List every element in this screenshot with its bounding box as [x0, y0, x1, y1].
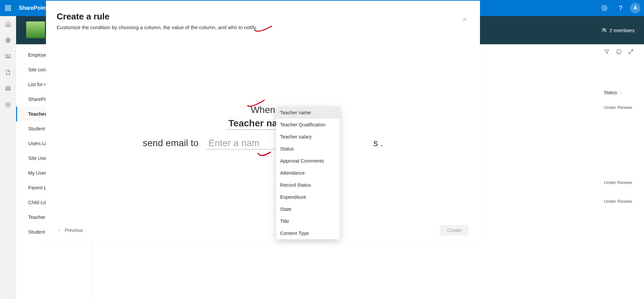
waffle-icon — [5, 5, 11, 11]
help-button[interactable]: ? — [612, 0, 629, 16]
globe-icon — [5, 37, 11, 43]
panel-title: Create a rule — [46, 1, 480, 24]
trail-text: s . — [373, 138, 383, 148]
close-button[interactable] — [459, 14, 470, 25]
expand-button[interactable] — [628, 49, 634, 55]
news-button[interactable] — [5, 53, 11, 60]
table-cell[interactable]: Under Review — [600, 173, 644, 192]
filter-button[interactable] — [604, 49, 610, 55]
previous-label: Previous — [65, 228, 83, 233]
svg-point-6 — [604, 29, 606, 30]
panel-footer: Previous Create — [46, 219, 480, 242]
dropdown-option[interactable]: Approval Comments — [276, 155, 340, 167]
create-button[interactable]: Create — [440, 225, 469, 236]
account-avatar[interactable]: A — [630, 3, 641, 13]
column-dropdown: Teacher name Teacher Qualification Teach… — [276, 107, 340, 239]
dropdown-option[interactable]: Attendance — [276, 167, 340, 179]
dropdown-option[interactable]: Teacher salary — [276, 131, 340, 143]
home-button[interactable] — [5, 21, 11, 27]
table-cell[interactable] — [600, 135, 644, 154]
rule-sentence: When Teacher name ⌄ send email to Enter … — [46, 105, 480, 152]
list-icon — [5, 85, 11, 92]
column-header-status[interactable]: Status — [600, 87, 644, 98]
members-link[interactable]: 2 members — [601, 27, 635, 33]
table-cell[interactable] — [600, 117, 644, 135]
settings-button[interactable] — [596, 0, 612, 16]
previous-button[interactable]: Previous — [57, 228, 83, 233]
page-icon — [5, 69, 11, 75]
dropdown-option[interactable]: Expenditure — [276, 191, 340, 203]
annotation-mark — [258, 151, 271, 160]
dropdown-option[interactable]: State — [276, 203, 340, 215]
expand-icon — [628, 49, 634, 55]
filter-icon — [604, 49, 610, 55]
dropdown-option[interactable]: Teacher Qualification — [276, 119, 340, 131]
create-rule-panel: Create a rule Customize the condition by… — [46, 1, 480, 242]
globe-button[interactable] — [5, 37, 11, 44]
info-icon — [616, 49, 622, 55]
plus-circle-icon — [5, 102, 11, 108]
news-icon — [5, 53, 11, 59]
chevron-left-icon — [57, 228, 61, 232]
annotation-mark — [247, 100, 265, 108]
dropdown-option[interactable]: Status — [276, 143, 340, 155]
chevron-down-icon — [619, 91, 623, 94]
svg-point-5 — [602, 28, 604, 30]
annotation-mark — [254, 25, 272, 34]
site-logo[interactable] — [26, 21, 45, 38]
table-cell[interactable] — [600, 154, 644, 173]
list-button[interactable] — [5, 85, 11, 92]
close-icon — [462, 17, 467, 22]
dropdown-option[interactable]: Teacher name — [276, 107, 340, 119]
brand-label[interactable]: SharePoint — [16, 5, 47, 11]
add-button[interactable] — [5, 101, 11, 108]
suite-right: ? A — [596, 0, 644, 16]
table-cell[interactable]: Under Review — [600, 192, 644, 211]
gear-icon — [601, 5, 607, 11]
question-icon: ? — [619, 4, 622, 12]
dropdown-option[interactable]: Content Type — [276, 227, 340, 239]
svg-point-0 — [604, 7, 605, 9]
members-label: 2 members — [609, 27, 635, 33]
app-launcher-button[interactable] — [0, 0, 16, 16]
mini-rail — [0, 16, 16, 299]
column-header-label: Status — [604, 90, 617, 95]
page-button[interactable] — [5, 69, 11, 76]
info-button[interactable] — [616, 49, 622, 55]
table-cell[interactable]: Under Review — [600, 98, 644, 117]
home-icon — [5, 21, 11, 27]
dropdown-option[interactable]: Record Status — [276, 179, 340, 191]
people-icon — [601, 27, 607, 33]
send-prefix-text: send email to — [143, 138, 199, 148]
status-column: Status Under Review Under Review Under R… — [600, 87, 644, 211]
dropdown-option[interactable]: Title — [276, 215, 340, 227]
